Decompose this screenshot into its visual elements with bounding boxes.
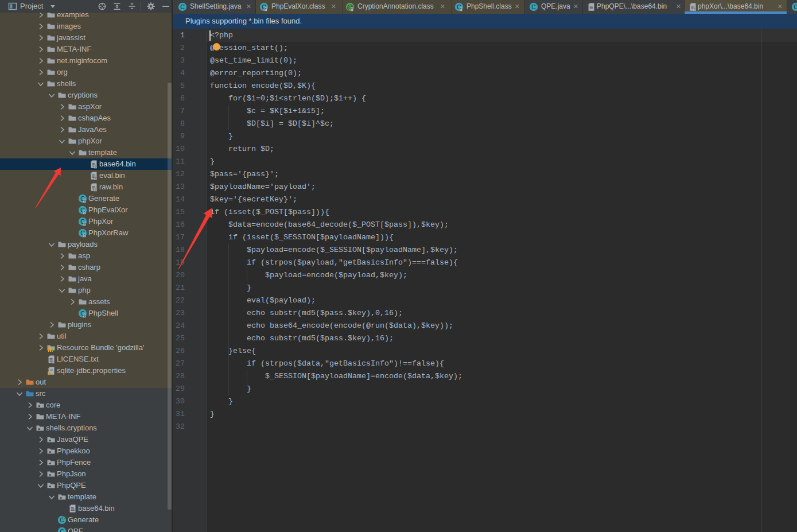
svg-text:C: C (60, 528, 64, 532)
svg-text:C: C (531, 3, 536, 10)
svg-text:C: C (180, 3, 185, 10)
svg-text:C: C (794, 3, 797, 10)
